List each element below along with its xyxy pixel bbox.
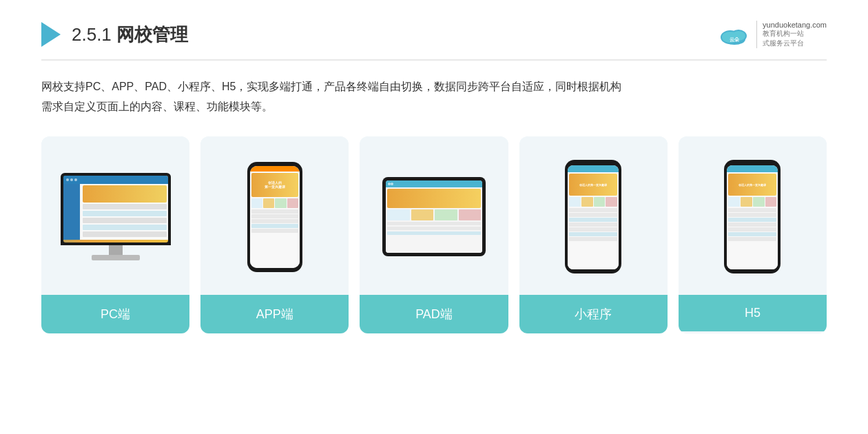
phone-notch	[268, 162, 282, 165]
svg-text:云朵: 云朵	[730, 37, 740, 42]
card-h5: 创适人的第一堂兴趣课	[679, 136, 827, 333]
brand-cloud-icon: 云朵	[718, 22, 751, 47]
brand-url: yunduoketang.com	[763, 21, 827, 29]
small-phone-notch	[585, 160, 601, 163]
card-h5-image: 创适人的第一堂兴趣课	[679, 136, 827, 295]
description: 网校支持PC、APP、PAD、小程序、H5，实现多端打通，产品各终端自由切换，数…	[41, 77, 827, 117]
card-app-image: 创适人的第一堂兴趣课	[200, 136, 349, 295]
card-pad: PAD端	[360, 136, 508, 333]
logo-icon	[41, 22, 61, 47]
h5-phone-icon: 创适人的第一堂兴趣课	[724, 160, 781, 273]
page: 2.5.1 网校管理 云朵 yunduoketang.com 教育机构一站 式服…	[0, 0, 868, 434]
card-app: 创适人的第一堂兴趣课	[200, 136, 349, 333]
card-miniprogram-label: 小程序	[519, 295, 668, 333]
miniprogram-phone-icon: 创适人的第一堂兴趣课	[565, 160, 621, 273]
card-h5-label: H5	[679, 295, 827, 331]
card-app-label: APP端	[200, 295, 349, 333]
card-miniprogram-image: 创适人的第一堂兴趣课	[519, 136, 668, 295]
card-miniprogram: 创适人的第一堂兴趣课	[519, 136, 668, 333]
page-title: 2.5.1 网校管理	[72, 23, 188, 47]
card-pad-image	[360, 136, 508, 295]
card-pc: PC端	[41, 136, 189, 333]
card-pad-label: PAD端	[360, 295, 508, 333]
card-pc-label: PC端	[41, 295, 189, 333]
header: 2.5.1 网校管理 云朵 yunduoketang.com 教育机构一站 式服…	[41, 21, 827, 61]
brand-text: yunduoketang.com 教育机构一站 式服务云平台	[756, 21, 827, 48]
pad-icon	[382, 177, 486, 256]
pc-monitor-icon	[61, 173, 171, 260]
header-left: 2.5.1 网校管理	[41, 22, 188, 47]
brand-tagline: 教育机构一站 式服务云平台	[763, 29, 804, 48]
card-pc-image	[41, 136, 189, 295]
h5-phone-notch	[744, 160, 761, 163]
brand-logo: 云朵 yunduoketang.com 教育机构一站 式服务云平台	[718, 21, 827, 48]
app-phone-icon: 创适人的第一堂兴趣课	[247, 162, 302, 272]
cards-container: PC端 创适人的第一堂兴趣课	[41, 136, 827, 333]
